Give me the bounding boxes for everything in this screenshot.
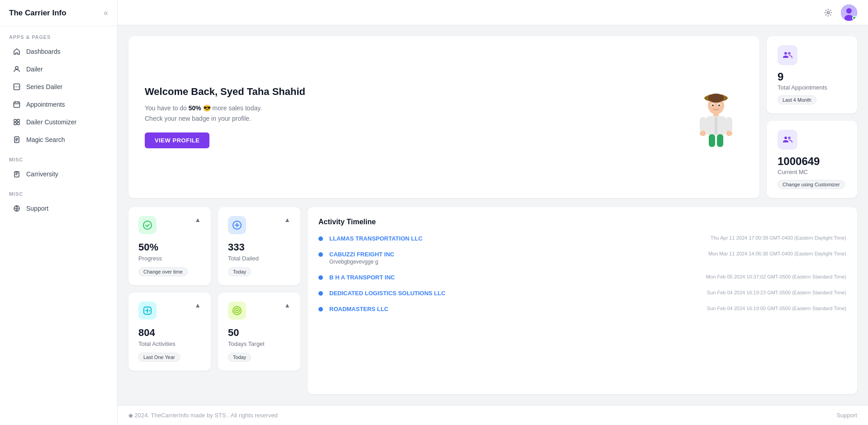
appointments-stat-icon — [778, 45, 797, 65]
sidebar-item-appointments[interactable]: Appointments — [4, 96, 114, 113]
metric-card-dailed-header: ▲ — [228, 216, 290, 234]
sidebar-item-dashboards[interactable]: Dashboards — [4, 43, 114, 60]
document-icon — [13, 136, 21, 144]
sidebar-item-dailer-customizer[interactable]: Dailer Customizer — [4, 113, 114, 131]
sidebar-item-carriversity[interactable]: Carriversity — [4, 165, 114, 183]
target-icon — [228, 302, 246, 320]
activity-time-2: Mon Feb 05 2024 10:37:02 GMT-0500 (Easte… — [706, 274, 846, 279]
activity-content-1: CABUZZI FREIGHT INC Grvebgbgevevgge g — [329, 251, 695, 265]
view-profile-button[interactable]: VIEW PROFILE — [145, 132, 209, 148]
mc-stat-icon — [778, 130, 797, 150]
metric-card-target-header: ▲ — [228, 302, 290, 320]
activity-item-3: DEDICATED LOGISTICS SOLUTIONS LLC Sun Fe… — [318, 290, 846, 297]
sidebar-item-series-dailer[interactable]: Series Dailer — [4, 78, 114, 95]
activity-company-3[interactable]: DEDICATED LOGISTICS SOLUTIONS LLC — [329, 290, 693, 297]
app-title: The Carrier Info — [9, 9, 66, 18]
activity-item-4: ROADMASTERS LLC Sun Feb 04 2024 16:19:00… — [318, 306, 846, 312]
sidebar-item-support[interactable]: Support — [4, 200, 114, 217]
activity-dot-1 — [318, 252, 323, 257]
activity-company-4[interactable]: ROADMASTERS LLC — [329, 306, 693, 312]
activity-company-1[interactable]: CABUZZI FREIGHT INC — [329, 251, 695, 258]
activity-time-3: Sun Feb 04 2024 16:19:23 GMT-0500 (Easte… — [707, 290, 846, 295]
activity-content-3: DEDICATED LOGISTICS SOLUTIONS LLC — [329, 290, 693, 297]
metric-card-progress-header: ▲ — [138, 216, 201, 234]
top-row: Welcome Back, Syed Taha Shahid You have … — [128, 36, 857, 198]
stat-card-total-appointments: 9 Total Appointments Last 4 Month — [767, 36, 857, 113]
activity-company-0[interactable]: LLAMAS TRANSPORTATION LLC — [329, 235, 697, 242]
dailed-chevron-icon: ▲ — [284, 216, 290, 223]
svg-point-15 — [846, 8, 852, 14]
dailed-badge: Today — [228, 267, 251, 276]
progress-chevron-icon: ▲ — [194, 216, 201, 223]
activities-chevron-icon: ▲ — [194, 302, 201, 309]
activity-dot-0 — [318, 236, 323, 241]
sidebar-item-label-appointments: Appointments — [26, 101, 65, 108]
svg-rect-7 — [17, 119, 19, 122]
svg-point-30 — [700, 131, 706, 136]
svg-rect-33 — [717, 134, 723, 147]
svg-rect-29 — [726, 117, 732, 132]
footer-support-link[interactable]: Support — [836, 412, 857, 419]
appointments-label: Total Appointments — [778, 84, 846, 91]
svg-point-24 — [718, 104, 720, 106]
activity-content-0: LLAMAS TRANSPORTATION LLC — [329, 235, 697, 242]
progress-value: 50% — [138, 241, 201, 253]
activity-company-2[interactable]: B H A TRANSPORT INC — [329, 274, 693, 281]
activity-item-2: B H A TRANSPORT INC Mon Feb 05 2024 10:3… — [318, 274, 846, 281]
sidebar-item-label-dashboards: Dashboards — [26, 48, 61, 55]
activity-timeline-title: Activity Timeline — [318, 218, 846, 226]
svg-point-34 — [143, 221, 152, 229]
sidebar-item-label-carriversity: Carriversity — [26, 170, 58, 178]
svg-point-0 — [15, 66, 18, 69]
user-avatar[interactable] — [841, 5, 857, 21]
sidebar-item-label-dailer-customizer: Dailer Customizer — [26, 118, 76, 126]
activity-item-0: LLAMAS TRANSPORTATION LLC Thu Apr 11 202… — [318, 235, 846, 242]
activity-list: LLAMAS TRANSPORTATION LLC Thu Apr 11 202… — [318, 235, 846, 312]
svg-rect-8 — [14, 123, 16, 125]
sidebar-item-label-series-dailer: Series Dailer — [26, 83, 62, 90]
welcome-text: Welcome Back, Syed Taha Shahid You have … — [145, 86, 305, 148]
sidebar-item-dailer[interactable]: Dailer — [4, 61, 114, 78]
activities-value: 804 — [138, 327, 201, 339]
activities-label: Total Activities — [138, 340, 201, 347]
topbar — [118, 0, 868, 25]
section-label-apps: APPS & PAGES — [0, 26, 117, 42]
sidebar-header: The Carrier Info « — [0, 0, 117, 26]
activity-timeline-card: Activity Timeline LLAMAS TRANSPORTATION … — [308, 207, 857, 394]
sidebar-item-magic-search[interactable]: Magic Search — [4, 131, 114, 148]
mc-value: 1000649 — [778, 155, 846, 168]
metric-card-activities-header: ▲ — [138, 302, 201, 320]
grid-icon — [13, 118, 21, 126]
stat-card-current-mc: 1000649 Current MC Change using Customiz… — [767, 121, 857, 198]
metric-card-todays-target: ▲ 50 Todays Target Today — [218, 293, 300, 371]
metric-card-progress: ▲ 50% Progress Change over time — [128, 207, 211, 285]
activities-icon — [138, 302, 157, 320]
settings-icon[interactable] — [821, 5, 835, 20]
svg-point-20 — [708, 94, 724, 103]
dailed-label: Total Dailed — [228, 255, 290, 262]
target-chevron-icon: ▲ — [284, 302, 290, 309]
progress-icon — [138, 216, 157, 234]
globe-icon — [13, 204, 21, 212]
collapse-button[interactable]: « — [104, 8, 108, 18]
sidebar-item-label-dailer: Dailer — [26, 66, 43, 73]
sidebar-item-label-magic-search: Magic Search — [26, 136, 65, 143]
svg-rect-27 — [715, 117, 717, 134]
activity-content-2: B H A TRANSPORT INC — [329, 274, 693, 281]
svg-rect-28 — [700, 117, 707, 132]
svg-point-31 — [726, 131, 732, 136]
metric-cards-grid: ▲ 50% Progress Change over time — [128, 207, 300, 394]
sidebar-item-label-support: Support — [26, 205, 48, 212]
dailed-value: 333 — [228, 241, 290, 253]
activity-dot-2 — [318, 275, 323, 280]
progress-label: Progress — [138, 255, 201, 262]
user-icon — [13, 65, 21, 73]
target-badge: Today — [228, 353, 251, 362]
clipboard-icon — [13, 170, 21, 178]
activity-time-0: Thu Apr 11 2024 17:00:38 GMT-0400 (Easte… — [711, 235, 846, 241]
target-label: Todays Target — [228, 340, 290, 347]
activity-time-1: Mon Mar 11 2024 14:06:38 GMT-0400 (Easte… — [708, 251, 846, 256]
activity-dot-3 — [318, 291, 323, 296]
svg-point-40 — [236, 310, 238, 312]
welcome-greeting: Welcome Back, Syed Taha Shahid — [145, 86, 305, 98]
